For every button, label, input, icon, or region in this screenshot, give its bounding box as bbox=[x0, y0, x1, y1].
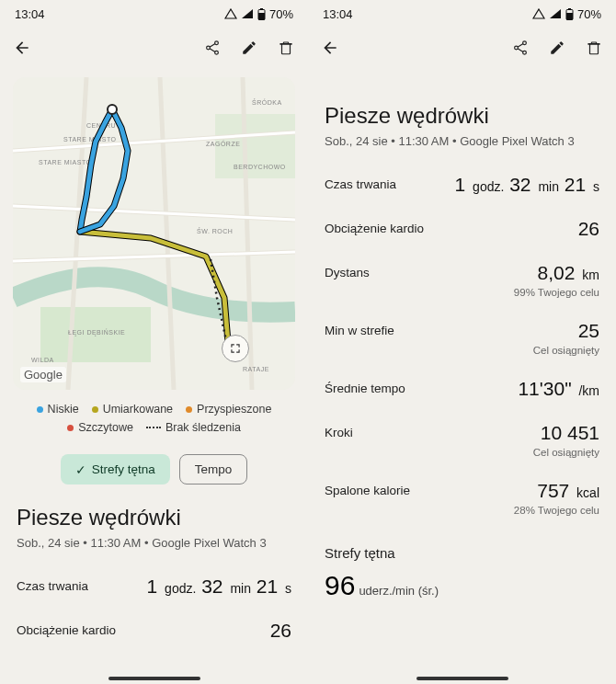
activity-header: Piesze wędrówki Sob., 24 sie • 11:30 AM … bbox=[0, 505, 308, 559]
svg-text:WILDA: WILDA bbox=[31, 357, 54, 363]
legend-moderate: Umiarkowane bbox=[103, 403, 173, 416]
svg-text:BERDYCHOWO: BERDYCHOWO bbox=[234, 164, 286, 170]
stat-duration-value: 1 godz. 32 min 21 s bbox=[147, 576, 291, 598]
stat-avg-pace: Średnie tempo 11'30" /km bbox=[308, 361, 616, 405]
edit-icon[interactable] bbox=[240, 39, 258, 57]
chip-pace[interactable]: Tempo bbox=[179, 454, 248, 484]
view-toggle: ✓ Strefy tętna Tempo bbox=[0, 454, 308, 484]
svg-rect-21 bbox=[566, 13, 573, 20]
svg-rect-2 bbox=[260, 8, 263, 10]
stat-cardio-load: Obciążenie kardio 26 bbox=[308, 201, 616, 245]
legend-accelerated: Przyspieszone bbox=[197, 403, 271, 416]
map-card[interactable]: CENTRU STARE MIASTO STARE MIASTO ZAGÓRZE… bbox=[13, 77, 295, 390]
legend-no-tracking: Brak śledzenia bbox=[165, 421, 241, 434]
share-icon[interactable] bbox=[511, 39, 530, 57]
status-time: 13:04 bbox=[323, 7, 353, 21]
activity-title: Piesze wędrówki bbox=[325, 103, 599, 129]
share-icon[interactable] bbox=[203, 39, 222, 57]
status-icons: 70% bbox=[532, 7, 601, 21]
svg-text:ŁĘGI DĘBIŃSKIE: ŁĘGI DĘBIŃSKIE bbox=[68, 328, 125, 336]
activity-subtitle: Sob., 24 sie • 11:30 AM • Google Pixel W… bbox=[17, 536, 291, 550]
legend-low: Niskie bbox=[48, 403, 79, 416]
activity-subtitle: Sob., 24 sie • 11:30 AM • Google Pixel W… bbox=[325, 134, 599, 148]
status-icons: 70% bbox=[224, 7, 293, 21]
map-attribution: Google bbox=[20, 367, 66, 382]
stat-steps: Kroki 10 451 Cel osiągnięty bbox=[308, 405, 616, 463]
status-bar: 13:04 70% bbox=[0, 0, 308, 28]
activity-header: Piesze wędrówki Sob., 24 sie • 11:30 AM … bbox=[308, 68, 616, 157]
phone-screen-right: 13:04 70% Piesze wędrówki Sob., 24 s bbox=[308, 0, 616, 684]
chip-hr-zones[interactable]: ✓ Strefy tętna bbox=[61, 454, 170, 484]
stat-min-in-zone: Min w strefie 25 Cel osiągnięty bbox=[308, 303, 616, 361]
svg-text:STARE MIASTO: STARE MIASTO bbox=[39, 159, 92, 165]
svg-point-19 bbox=[108, 105, 117, 114]
delete-icon[interactable] bbox=[585, 39, 603, 57]
back-icon[interactable] bbox=[321, 39, 339, 57]
svg-text:RATAJE: RATAJE bbox=[243, 366, 269, 372]
map-legend: Niskie Umiarkowane Przyspieszone Szczyto… bbox=[0, 397, 308, 441]
scroll-content-right[interactable]: Piesze wędrówki Sob., 24 sie • 11:30 AM … bbox=[308, 68, 616, 684]
stat-duration: Czas trwania 1 godz. 32 min 21 s bbox=[308, 157, 616, 201]
svg-text:ZAGÓRZE: ZAGÓRZE bbox=[206, 140, 240, 147]
route-map: CENTRU STARE MIASTO STARE MIASTO ZAGÓRZE… bbox=[13, 77, 295, 390]
svg-rect-1 bbox=[258, 13, 265, 20]
stat-cardio-load-partial: Obciążenie kardio 26 bbox=[0, 603, 308, 642]
edit-icon[interactable] bbox=[548, 39, 566, 57]
hr-average: 96 uderz./min (śr.) bbox=[308, 570, 616, 601]
map-expand-icon[interactable] bbox=[222, 335, 249, 362]
home-indicator[interactable] bbox=[416, 677, 508, 680]
hr-zones-heading: Strefy tętna bbox=[308, 521, 616, 570]
status-battery: 70% bbox=[269, 7, 293, 21]
status-time: 13:04 bbox=[15, 7, 45, 21]
scroll-content-left[interactable]: CENTRU STARE MIASTO STARE MIASTO ZAGÓRZE… bbox=[0, 68, 308, 684]
stat-calories: Spalone kalorie 757 kcal 28% Twojego cel… bbox=[308, 463, 616, 521]
status-battery: 70% bbox=[577, 7, 601, 21]
app-bar bbox=[308, 28, 616, 68]
stat-duration: Czas trwania 1 godz. 32 min 21 s bbox=[0, 559, 308, 603]
legend-peak: Szczytowe bbox=[78, 421, 133, 434]
activity-title: Piesze wędrówki bbox=[17, 505, 291, 530]
svg-text:STARE MIASTO: STARE MIASTO bbox=[63, 136, 117, 142]
stat-distance: Dystans 8,02 km 99% Twojego celu bbox=[308, 245, 616, 303]
app-bar bbox=[0, 28, 308, 68]
back-icon[interactable] bbox=[13, 39, 31, 57]
svg-rect-22 bbox=[568, 8, 571, 10]
svg-text:ŚRÓDKA: ŚRÓDKA bbox=[252, 98, 282, 106]
delete-icon[interactable] bbox=[277, 39, 295, 57]
check-icon: ✓ bbox=[75, 462, 86, 477]
status-bar: 13:04 70% bbox=[308, 0, 616, 28]
home-indicator[interactable] bbox=[108, 677, 200, 680]
svg-text:ŚW. ROCH: ŚW. ROCH bbox=[197, 227, 233, 234]
phone-screen-left: 13:04 70% bbox=[0, 0, 308, 684]
